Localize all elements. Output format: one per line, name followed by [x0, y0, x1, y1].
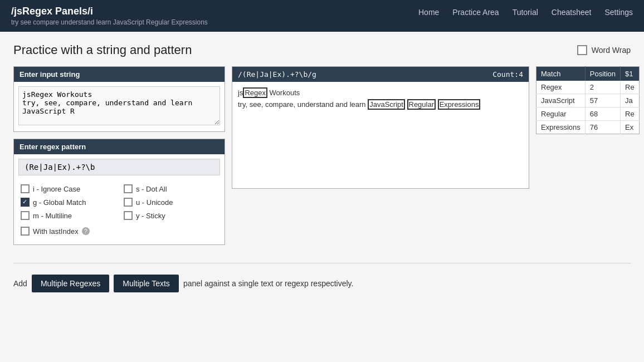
bottom-suffix: panel against a single text or regexp re…	[183, 279, 354, 288]
flag-item-g: g - Global Match	[21, 198, 115, 207]
table-row: Regex2Re	[536, 81, 640, 94]
left-panel: Enter input string jsRegex Workouts try,…	[13, 66, 225, 252]
table-cell-group1: Ex	[621, 121, 640, 134]
flag-checkbox-y[interactable]	[124, 211, 133, 220]
flag-checkbox-m[interactable]	[21, 211, 30, 220]
flag-item-u: u - Unicode	[124, 198, 218, 207]
table-cell-match: Regex	[536, 81, 586, 94]
output-line-2: try, see, compare, understand and learn …	[238, 99, 523, 111]
flag-item-i: i - Ignore Case	[21, 184, 115, 193]
output-line-1: jsRegex Workouts	[238, 87, 523, 99]
col-header-group1: $1	[621, 67, 640, 81]
table-cell-group1: Ja	[621, 94, 640, 107]
flag-checkbox-s[interactable]	[124, 184, 133, 193]
right-panel: Match Position $1 Regex2ReJavaScript57Ja…	[536, 66, 631, 134]
flag-item-s: s - Dot All	[124, 184, 218, 193]
flag-label-g: g - Global Match	[33, 198, 86, 207]
page-header: Practice with a string and pattern Word …	[13, 43, 631, 57]
nav-tutorial[interactable]: Tutorial	[513, 8, 538, 17]
last-index-row: With lastIndex ?	[18, 224, 220, 240]
brand-tagline: try see compare understand learn JavaScr…	[11, 18, 208, 26]
regex-pattern-input[interactable]	[18, 159, 220, 175]
multiple-texts-button[interactable]: Multiple Texts	[114, 275, 179, 292]
middle-header: /(Re|Ja|Ex).+?\b/g Count:4	[232, 67, 529, 82]
regex-pattern-header: Enter regex pattern	[14, 139, 225, 154]
input-string-section: Enter input string jsRegex Workouts try,…	[13, 66, 225, 132]
flag-item-m: m - Multiline	[21, 211, 115, 220]
last-index-checkbox[interactable]	[21, 227, 30, 236]
table-row: JavaScript57Ja	[536, 94, 640, 107]
flag-label-i: i - Ignore Case	[33, 185, 80, 193]
text-before-match1: js	[238, 89, 243, 97]
word-wrap-group: Word Wrap	[577, 45, 631, 55]
bottom-row: Add Multiple Regexes Multiple Texts pane…	[13, 275, 631, 292]
input-string-textarea[interactable]: jsRegex Workouts try, see, compare, unde…	[18, 86, 220, 125]
table-cell-position: 68	[585, 107, 620, 121]
col-header-match: Match	[536, 67, 586, 81]
main-grid: Enter input string jsRegex Workouts try,…	[13, 66, 631, 252]
word-wrap-label: Word Wrap	[592, 46, 631, 55]
match1-highlight: Regex	[243, 87, 267, 98]
navbar: /jsRegex Panels/i try see compare unders…	[0, 0, 644, 32]
text-after-match1: Workouts	[267, 89, 300, 97]
flag-item-y: y - Sticky	[124, 211, 218, 220]
table-cell-position: 2	[585, 81, 620, 94]
regex-display: /(Re|Ja|Ex).+?\b/g	[238, 70, 316, 79]
brand: /jsRegex Panels/i try see compare unders…	[11, 6, 208, 26]
table-cell-match: Regular	[536, 107, 586, 121]
multiple-regexes-button[interactable]: Multiple Regexes	[32, 275, 109, 292]
table-row: Regular68Re	[536, 107, 640, 121]
last-index-label: With lastIndex	[33, 227, 79, 236]
flag-label-y: y - Sticky	[136, 212, 165, 220]
nav-links: Home Practice Area Tutorial Cheatsheet S…	[418, 6, 633, 17]
last-index-help-icon[interactable]: ?	[82, 227, 90, 235]
page-content: Practice with a string and pattern Word …	[0, 32, 644, 304]
divider	[13, 263, 631, 263]
nav-cheatsheet[interactable]: Cheatsheet	[552, 8, 592, 17]
input-string-body: jsRegex Workouts try, see, compare, unde…	[14, 82, 225, 131]
bottom-prefix: Add	[13, 279, 27, 288]
match3-highlight: Regular	[407, 99, 436, 110]
table-cell-group1: Re	[621, 107, 640, 121]
page-title: Practice with a string and pattern	[13, 43, 192, 57]
results-table: Match Position $1 Regex2ReJavaScript57Ja…	[536, 66, 640, 134]
middle-body: jsRegex Workouts try, see, compare, unde…	[232, 82, 529, 116]
match2-highlight: JavaScript	[368, 99, 405, 110]
flag-label-u: u - Unicode	[136, 198, 173, 207]
count-badge: Count:4	[492, 70, 523, 79]
flag-checkbox-u[interactable]	[124, 198, 133, 207]
nav-settings[interactable]: Settings	[604, 8, 633, 17]
nav-home[interactable]: Home	[418, 8, 439, 17]
flags-grid: i - Ignore Case s - Dot All g - Global M…	[18, 182, 220, 224]
middle-panel: /(Re|Ja|Ex).+?\b/g Count:4 jsRegex Worko…	[232, 66, 529, 189]
table-cell-position: 57	[585, 94, 620, 107]
table-cell-match: JavaScript	[536, 94, 586, 107]
flag-label-m: m - Multiline	[33, 212, 72, 220]
table-cell-position: 76	[585, 121, 620, 134]
line2-before: try, see, compare, understand and learn	[238, 100, 368, 109]
flag-checkbox-g[interactable]	[21, 198, 30, 207]
input-string-header: Enter input string	[14, 67, 225, 82]
nav-practice[interactable]: Practice Area	[452, 8, 499, 17]
table-cell-group1: Re	[621, 81, 640, 94]
brand-title: /jsRegex Panels/i	[11, 6, 208, 17]
regex-pattern-section: Enter regex pattern i - Ignore Case s - …	[13, 139, 225, 245]
table-row: Expressions76Ex	[536, 121, 640, 134]
flag-label-s: s - Dot All	[136, 185, 167, 193]
regex-pattern-body: i - Ignore Case s - Dot All g - Global M…	[14, 154, 225, 244]
word-wrap-checkbox[interactable]	[577, 45, 587, 55]
match2-space	[405, 100, 407, 109]
col-header-position: Position	[585, 67, 620, 81]
table-cell-match: Expressions	[536, 121, 586, 134]
match4-highlight: Expressions	[438, 99, 481, 110]
flag-checkbox-i[interactable]	[21, 184, 30, 193]
